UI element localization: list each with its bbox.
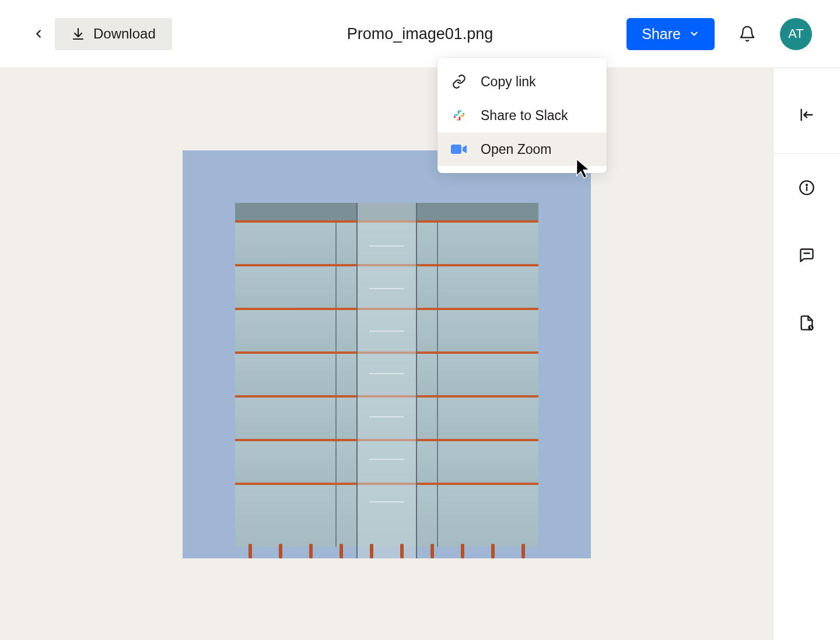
preview-canvas: [0, 68, 773, 640]
back-button[interactable]: [28, 23, 49, 44]
body: [0, 68, 840, 640]
zoom-icon: [450, 140, 468, 158]
svg-point-2: [806, 184, 807, 185]
menu-item-copy-link[interactable]: Copy link: [438, 65, 607, 99]
header-right: Share AT: [626, 18, 812, 50]
building-render: [235, 203, 538, 558]
file-activity-icon: [799, 315, 815, 331]
download-button[interactable]: Download: [55, 18, 172, 50]
file-title: Promo_image01.png: [347, 25, 494, 43]
share-dropdown-menu: Copy link Share to Slack Open Zoom: [438, 58, 607, 173]
svg-rect-7: [460, 115, 464, 117]
top-header: Download Promo_image01.png Share AT: [0, 0, 840, 68]
menu-item-open-zoom[interactable]: Open Zoom: [438, 132, 607, 166]
collapse-icon: [799, 107, 815, 123]
svg-point-12: [457, 119, 459, 121]
comments-button[interactable]: [794, 242, 820, 268]
info-icon: [799, 180, 815, 196]
sidebar-top-section: [774, 86, 840, 154]
bell-icon: [738, 25, 756, 43]
chevron-down-icon: [689, 29, 699, 39]
avatar[interactable]: AT: [780, 18, 812, 50]
info-button[interactable]: [794, 175, 820, 201]
svg-point-10: [460, 110, 461, 112]
right-sidebar: [773, 68, 840, 640]
collapse-sidebar-button[interactable]: [794, 102, 820, 128]
share-label: Share: [642, 26, 681, 43]
svg-rect-8: [459, 117, 460, 121]
chevron-left-icon: [32, 27, 45, 40]
menu-item-share-slack[interactable]: Share to Slack: [438, 99, 607, 132]
menu-item-label: Share to Slack: [481, 108, 568, 124]
menu-item-label: Copy link: [481, 74, 536, 90]
svg-point-9: [454, 116, 456, 118]
link-icon: [450, 73, 468, 90]
file-activity-button[interactable]: [794, 310, 820, 336]
svg-point-11: [463, 113, 464, 115]
preview-image: [183, 150, 591, 558]
avatar-initials: AT: [788, 26, 803, 41]
svg-rect-5: [454, 114, 458, 116]
download-icon: [71, 27, 85, 41]
svg-rect-13: [451, 145, 461, 154]
slack-icon: [450, 107, 468, 124]
notifications-button[interactable]: [736, 22, 759, 45]
download-label: Download: [93, 26, 156, 42]
svg-rect-6: [458, 110, 460, 114]
share-button[interactable]: Share: [626, 18, 715, 50]
menu-item-label: Open Zoom: [481, 142, 551, 157]
comment-icon: [799, 247, 815, 263]
